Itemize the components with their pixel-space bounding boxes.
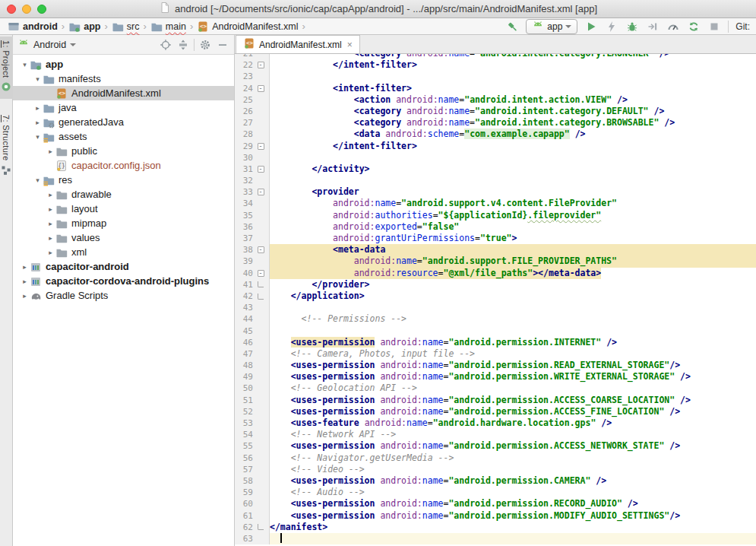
tree-item-capacitor-android[interactable]: ▸capacitor-android [13,259,234,274]
code-line[interactable]: 22-</intent-filter> [235,59,756,71]
attach-debugger-icon[interactable] [646,20,660,33]
code-line[interactable]: 47<!-- Camera, Photos, input file --> [235,348,756,360]
breadcrumb-android[interactable]: android [6,21,59,33]
fold-end-icon[interactable] [258,524,264,530]
code-line[interactable]: 51<uses-permission android:name="android… [235,395,756,406]
code-line[interactable]: 50<!-- Geolocation API --> [235,383,756,394]
code-line[interactable]: 48<uses-permission android:name="android… [235,360,756,371]
stop-button[interactable] [707,20,721,33]
collapse-arrow-icon[interactable]: ▸ [21,292,29,300]
code-line[interactable]: 40-android:resource="@xml/file_paths"></… [235,268,756,279]
run-button[interactable] [584,20,598,33]
fold-collapse-icon[interactable]: - [258,143,264,150]
fold-collapse-icon[interactable]: - [258,270,264,277]
tree-item-values[interactable]: ▸values [13,230,234,245]
code-line[interactable]: 34android:name="android.support.v4.conte… [235,198,756,209]
close-tab-icon[interactable]: × [347,40,353,50]
debug-button[interactable] [625,20,639,33]
editor-tab-androidmanifest[interactable]: <> AndroidManifest.xml × [236,35,360,53]
tree-item-manifests[interactable]: ▾manifests [13,71,234,86]
locate-icon[interactable] [159,38,172,52]
fold-collapse-icon[interactable]: - [258,166,264,173]
collapse-all-icon[interactable] [176,38,190,52]
settings-gear-icon[interactable] [198,38,212,52]
minimize-window-button[interactable] [22,5,31,14]
code-editor[interactable]: 21<category android:name="android.intent… [235,54,756,546]
tool-button-project[interactable]: 1: Project [0,37,13,99]
collapse-arrow-icon[interactable]: ▸ [46,220,55,227]
hide-panel-icon[interactable] [216,38,229,52]
breadcrumb-main[interactable]: main [149,21,188,33]
expand-arrow-icon[interactable]: ▾ [33,176,42,184]
fold-end-icon[interactable] [258,281,264,287]
collapse-arrow-icon[interactable]: ▸ [33,104,42,112]
code-line[interactable]: 41</provider> [235,279,756,290]
tree-item-res[interactable]: ▾res [13,173,234,187]
collapse-arrow-icon[interactable]: ▸ [21,263,29,271]
tree-item-capacitor-cordova-android-plugins[interactable]: ▸capacitor-cordova-android-plugins [13,274,234,288]
collapse-arrow-icon[interactable]: ▸ [21,278,29,285]
tree-item-layout[interactable]: ▸layout [13,202,234,216]
build-hammer-icon[interactable] [505,20,519,33]
code-line[interactable]: 21<category android:name="android.intent… [235,54,756,59]
code-line[interactable]: 33-<provider [235,186,756,198]
collapse-arrow-icon[interactable]: ▸ [46,205,55,213]
tree-item-assets[interactable]: ▾assets [13,129,234,144]
code-line[interactable]: 57<!-- Video --> [235,464,756,475]
code-line[interactable]: 52<uses-permission android:name="android… [235,406,756,417]
expand-arrow-icon[interactable]: ▾ [33,133,42,141]
code-line[interactable]: 44<!-- Permissions --> [235,313,756,325]
collapse-arrow-icon[interactable]: ▸ [46,234,55,242]
code-line[interactable]: 53<uses-feature android:name="android.ha… [235,417,756,429]
tree-item-generatedjava[interactable]: ▸generatedJava [13,115,234,129]
code-line[interactable]: 35android:authorities="${applicationId}.… [235,210,756,221]
code-line[interactable]: 61<uses-permission android:name="android… [235,510,756,522]
code-line[interactable]: 62</manifest> [235,522,756,533]
fold-collapse-icon[interactable]: - [258,62,264,68]
code-line[interactable]: 42</application> [235,290,756,302]
code-line[interactable]: 24-<intent-filter> [235,83,756,94]
code-line[interactable]: 26<category android:name="android.intent… [235,106,756,117]
tree-item-androidmanifest-xml[interactable]: <>AndroidManifest.xml [13,86,234,100]
tree-item-java[interactable]: ▸java [13,100,234,115]
code-line[interactable]: 49<uses-permission android:name="android… [235,371,756,383]
code-line[interactable]: 28<data android:scheme="com.example.capa… [235,129,756,140]
collapse-arrow-icon[interactable]: ▸ [46,249,55,256]
profiler-icon[interactable] [666,20,680,33]
tree-item-drawable[interactable]: ▸drawable [13,187,234,202]
code-line[interactable]: 32 [235,175,756,186]
code-line[interactable]: 59<!-- Audio --> [235,487,756,498]
collapse-arrow-icon[interactable]: ▸ [46,148,55,155]
code-line[interactable]: 27<category android:name="android.intent… [235,117,756,129]
close-window-button[interactable] [7,5,16,14]
breadcrumb-androidmanifest-xml[interactable]: <>AndroidManifest.xml [195,21,299,33]
code-line[interactable]: 63 [235,533,756,544]
fold-collapse-icon[interactable]: - [258,189,264,195]
fold-end-icon[interactable] [258,294,264,300]
code-line[interactable]: 54<!-- Network API --> [235,429,756,440]
code-line[interactable]: 60<uses-permission android:name="android… [235,498,756,509]
code-line[interactable]: 23 [235,71,756,82]
code-line[interactable]: 43 [235,302,756,313]
code-line[interactable]: 25<action android:name="android.intent.a… [235,94,756,106]
expand-arrow-icon[interactable]: ▾ [33,75,42,83]
tree-item-xml[interactable]: ▸xml [13,245,234,259]
tool-button-structure[interactable]: 7: Structure [0,111,13,182]
code-line[interactable]: 37android:grantUriPermissions="true"> [235,233,756,244]
fold-collapse-icon[interactable]: - [258,246,264,253]
tree-item-gradle-scripts[interactable]: ▸Gradle Scripts [13,288,234,303]
tree-item-app[interactable]: ▾app [13,57,234,71]
gradle-sync-icon[interactable] [687,20,701,33]
code-line[interactable]: 38-<meta-data [235,244,756,256]
code-line[interactable]: 56<!-- Navigator.getUserMedia --> [235,452,756,464]
instant-run-icon[interactable] [605,20,618,33]
code-line[interactable]: 39android:name="android.support.FILE_PRO… [235,256,756,267]
collapse-arrow-icon[interactable]: ▸ [46,191,55,198]
collapse-arrow-icon[interactable]: ▸ [33,119,42,126]
tree-item-capacitor-config-json[interactable]: {}capacitor.config.json [13,158,234,173]
code-line[interactable]: 31-</activity> [235,163,756,175]
code-line[interactable]: 45 [235,325,756,337]
tree-item-public[interactable]: ▸public [13,144,234,158]
breadcrumb-app[interactable]: app [67,21,102,33]
run-configuration-select[interactable]: app [526,19,577,34]
